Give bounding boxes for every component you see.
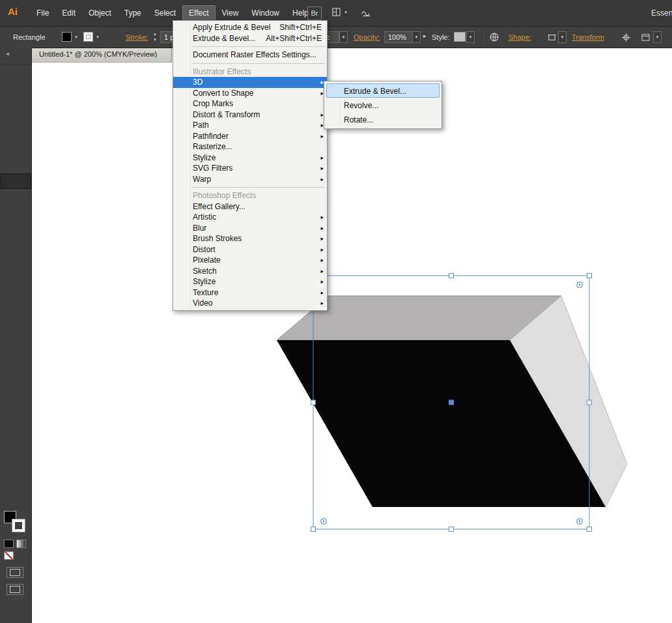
- selection-center-point[interactable]: [449, 400, 454, 405]
- pen-tool[interactable]: [0, 126, 31, 142]
- blend-tool[interactable]: [0, 392, 31, 408]
- stroke-weight-stepper[interactable]: ▲▼: [152, 31, 158, 43]
- menu-item-rasterize[interactable]: Rasterize...: [173, 141, 327, 152]
- menu-item-pathfinder[interactable]: Pathfinder▸: [173, 131, 327, 142]
- menubar-item-edit[interactable]: Edit: [55, 5, 82, 21]
- hand-tool[interactable]: [0, 471, 31, 486]
- submenu-item-extrude-bevel[interactable]: Extrude & Bevel...: [326, 83, 440, 98]
- mesh-tool[interactable]: [0, 345, 31, 361]
- selection-handle-sw[interactable]: [311, 527, 316, 532]
- menu-item-stylize[interactable]: Stylize▸: [173, 276, 327, 287]
- menu-item-sketch[interactable]: Sketch▸: [173, 266, 327, 277]
- paintbrush-tool[interactable]: [0, 189, 31, 205]
- menu-item-warp[interactable]: Warp▸: [173, 174, 327, 185]
- blob-brush-tool[interactable]: [0, 220, 31, 236]
- menubar-item-view[interactable]: View: [216, 5, 245, 21]
- color-mode-button[interactable]: [4, 540, 14, 548]
- panel-chevron-down-icon[interactable]: ▼: [653, 31, 662, 43]
- selection-handle-n[interactable]: [449, 274, 454, 278]
- menubar-item-window[interactable]: Window: [245, 5, 286, 21]
- shape-chevron-down-icon[interactable]: ▼: [558, 31, 567, 43]
- stepper-up-icon[interactable]: ▲: [152, 31, 158, 37]
- menubar-item-effect[interactable]: Effect: [182, 5, 215, 21]
- slice-tool[interactable]: [0, 455, 31, 471]
- menu-item-crop-marks[interactable]: Crop Marks: [173, 98, 327, 109]
- menu-item-blur[interactable]: Blur▸: [173, 223, 327, 234]
- line-segment-tool[interactable]: [0, 158, 31, 173]
- stroke-chevron-down-icon[interactable]: ▼: [96, 35, 100, 39]
- perspective-grid-tool[interactable]: [0, 330, 31, 345]
- shape-builder-tool[interactable]: [0, 314, 31, 330]
- opacity-chevron-down-icon[interactable]: ▼: [412, 31, 421, 43]
- eraser-tool[interactable]: [0, 236, 31, 252]
- document-tab[interactable]: Untitled-1* @ 200% (CMYK/Preview): [31, 47, 172, 63]
- fill-color-swatch[interactable]: [62, 32, 72, 42]
- menu-item-svg-filters[interactable]: SVG Filters▸: [173, 163, 327, 174]
- workspace-switcher[interactable]: Essent: [651, 8, 672, 18]
- selection-handle-e[interactable]: [587, 400, 592, 405]
- menu-item-apply-extrude-bevel[interactable]: Apply Extrude & BevelShift+Ctrl+E: [173, 22, 327, 33]
- panel-menu-button[interactable]: [638, 31, 652, 44]
- opacity-slider-arrow-icon[interactable]: ▸: [423, 33, 427, 39]
- gradient-mode-button[interactable]: [16, 540, 26, 548]
- submenu-item-rotate[interactable]: Rotate...: [326, 112, 440, 126]
- opacity-panel-link[interactable]: Opacity:: [354, 33, 380, 41]
- style-swatch[interactable]: [454, 32, 466, 42]
- column-graph-tool[interactable]: [0, 424, 31, 439]
- none-mode-button[interactable]: [4, 551, 14, 560]
- cs-live-button[interactable]: [360, 7, 373, 20]
- scale-tool[interactable]: [0, 267, 31, 283]
- shape-options-button[interactable]: [544, 31, 559, 44]
- selection-handle-w[interactable]: [311, 400, 316, 405]
- menu-item-video[interactable]: Video▸: [173, 298, 327, 309]
- selection-handle-se[interactable]: [587, 527, 592, 532]
- arrange-documents-button[interactable]: ▼: [331, 7, 348, 18]
- transform-panel-link[interactable]: Transform: [572, 33, 604, 41]
- selection-handle-s[interactable]: [449, 527, 454, 532]
- menu-item-3d[interactable]: 3D▸: [173, 77, 327, 88]
- menu-item-texture[interactable]: Texture▸: [173, 287, 327, 298]
- stroke-indicator-swatch[interactable]: [12, 519, 25, 532]
- menu-item-artistic[interactable]: Artistic▸: [173, 212, 327, 223]
- eyedropper-tool[interactable]: [0, 377, 31, 392]
- menubar-item-select[interactable]: Select: [148, 5, 182, 21]
- artboard-tool[interactable]: [0, 439, 31, 455]
- magic-wand-tool[interactable]: [0, 95, 31, 111]
- menu-item-brush-strokes[interactable]: Brush Strokes▸: [173, 233, 327, 244]
- selection-handle-ne[interactable]: [587, 274, 592, 278]
- pencil-tool[interactable]: [0, 205, 31, 220]
- menu-item-extrude-bevel[interactable]: Extrude & Bevel...Alt+Shift+Ctrl+E: [173, 33, 327, 44]
- canvas[interactable]: [31, 63, 672, 623]
- menu-item-effect-gallery[interactable]: Effect Gallery...: [173, 201, 327, 212]
- direct-selection-tool[interactable]: [0, 80, 31, 95]
- app-logo-icon[interactable]: Ai: [8, 6, 18, 17]
- shape-panel-link[interactable]: Shape:: [509, 33, 531, 41]
- bridge-button[interactable]: Br: [307, 7, 322, 20]
- rotate-tool[interactable]: [0, 252, 31, 267]
- lasso-tool[interactable]: [0, 111, 31, 126]
- draw-normal-mode-button[interactable]: [7, 567, 23, 578]
- opacity-field[interactable]: 100%: [384, 31, 413, 43]
- menu-item-distort-transform[interactable]: Distort & Transform▸: [173, 109, 327, 121]
- menubar-item-file[interactable]: File: [30, 5, 55, 21]
- align-target-button[interactable]: [619, 31, 633, 44]
- selection-tool[interactable]: [0, 64, 31, 80]
- menu-item-stylize[interactable]: Stylize▸: [173, 152, 327, 164]
- symbol-sprayer-tool[interactable]: [0, 408, 31, 424]
- menubar-item-type[interactable]: Type: [118, 5, 148, 21]
- brush-chevron-down-icon[interactable]: ▼: [339, 31, 348, 43]
- menu-item-pixelate[interactable]: Pixelate▸: [173, 255, 327, 266]
- fill-chevron-down-icon[interactable]: ▼: [74, 35, 78, 39]
- stepper-down-icon[interactable]: ▼: [152, 37, 158, 43]
- gradient-tool[interactable]: [0, 361, 31, 377]
- menu-item-convert-to-shape[interactable]: Convert to Shape▸: [173, 88, 327, 99]
- collapse-panel-icon[interactable]: ◄: [5, 51, 10, 56]
- submenu-item-revolve[interactable]: Revolve...: [326, 98, 440, 112]
- menu-item-document-raster-effects-settings[interactable]: Document Raster Effects Settings...: [173, 50, 327, 61]
- free-transform-tool[interactable]: [0, 298, 31, 314]
- menu-item-distort[interactable]: Distort▸: [173, 244, 327, 255]
- type-tool[interactable]: [0, 142, 31, 158]
- menubar-item-object[interactable]: Object: [82, 5, 118, 21]
- recolor-artwork-button[interactable]: [487, 31, 501, 44]
- stroke-color-swatch[interactable]: [83, 32, 93, 42]
